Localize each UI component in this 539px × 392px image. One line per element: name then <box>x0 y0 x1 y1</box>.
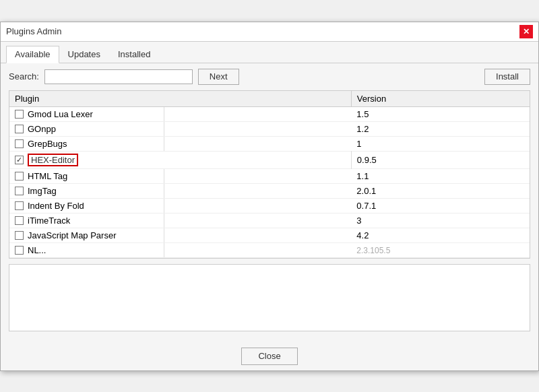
plugin-checkbox[interactable] <box>15 187 24 195</box>
plugin-version-cell: 2.3.105.5 <box>351 242 530 257</box>
plugin-version-cell: 1.2 <box>351 121 530 136</box>
plugin-name-cell: GrepBugs <box>9 137 164 151</box>
plugin-name-label: Gmod Lua Lexer <box>28 109 93 119</box>
plugin-checkbox[interactable] <box>15 231 24 240</box>
toolbar: Search: Next Install <box>1 63 538 90</box>
plugin-name-cell: HTML Tag <box>9 169 164 183</box>
plugin-name-label: iTimeTrack <box>28 216 70 226</box>
table-row[interactable]: JavaScript Map Parser4.2 <box>9 228 530 242</box>
plugin-name-cell: Indent By Fold <box>9 199 164 213</box>
window-close-button[interactable]: ✕ <box>519 25 533 38</box>
plugin-name-label: GrepBugs <box>28 139 67 149</box>
plugin-version-cell: 1.1 <box>351 168 530 183</box>
window-title: Plugins Admin <box>6 26 61 36</box>
plugin-version-cell: 1 <box>351 136 530 151</box>
plugin-name-label: Indent By Fold <box>28 201 84 211</box>
plugin-name-label: JavaScript Map Parser <box>28 230 117 240</box>
next-button[interactable]: Next <box>198 69 239 85</box>
plugin-name-label: HEX-Editor <box>28 154 78 166</box>
plugin-checkbox[interactable] <box>15 139 24 148</box>
tab-installed[interactable]: Installed <box>109 46 159 63</box>
plugin-table-container[interactable]: Plugin Version Gmod Lua Lexer1.5GOnpp1.2… <box>9 90 530 259</box>
plugin-checkbox[interactable] <box>15 156 24 164</box>
col-header-plugin: Plugin <box>9 91 351 107</box>
plugin-checkbox[interactable] <box>15 172 24 181</box>
search-input[interactable] <box>44 69 193 84</box>
plugin-checkbox[interactable] <box>15 125 24 133</box>
plugin-version-cell: 0.9.5 <box>351 151 530 168</box>
close-button[interactable]: Close <box>241 348 297 365</box>
plugin-name-cell: GOnpp <box>9 122 164 136</box>
plugin-table-wrapper: Plugin Version Gmod Lua Lexer1.5GOnpp1.2… <box>9 90 530 259</box>
content-area: Plugin Version Gmod Lua Lexer1.5GOnpp1.2… <box>1 90 538 337</box>
plugins-admin-window: Plugins Admin ✕ Available Updates Instal… <box>0 22 539 371</box>
plugin-name-cell: NL... <box>9 243 164 257</box>
col-header-version: Version <box>351 91 530 107</box>
plugin-name-cell: ImgTag <box>9 184 164 198</box>
plugin-version-cell: 4.2 <box>351 228 530 242</box>
tabs-container: Available Updates Installed <box>1 42 538 63</box>
plugin-name-label: NL... <box>28 245 46 255</box>
title-bar: Plugins Admin ✕ <box>1 22 538 42</box>
table-row[interactable]: GOnpp1.2 <box>9 121 530 136</box>
plugin-checkbox[interactable] <box>15 216 24 225</box>
plugin-name-cell: iTimeTrack <box>9 214 164 228</box>
install-button[interactable]: Install <box>484 69 530 85</box>
table-row[interactable]: NL...2.3.105.5 <box>9 242 530 257</box>
plugin-checkbox[interactable] <box>15 201 24 210</box>
plugin-version-cell: 2.0.1 <box>351 183 530 198</box>
tab-available[interactable]: Available <box>6 46 59 63</box>
plugin-name-cell: JavaScript Map Parser <box>9 228 164 242</box>
plugin-name-label: ImgTag <box>28 186 57 196</box>
table-row[interactable]: ImgTag2.0.1 <box>9 183 530 198</box>
table-row[interactable]: Gmod Lua Lexer1.5 <box>9 106 530 121</box>
table-row[interactable]: GrepBugs1 <box>9 136 530 151</box>
table-row[interactable]: HEX-Editor0.9.5 <box>9 151 530 168</box>
description-box[interactable] <box>9 264 530 331</box>
table-row[interactable]: HTML Tag1.1 <box>9 168 530 183</box>
plugin-version-cell: 1.5 <box>351 106 530 121</box>
plugin-name-cell: Gmod Lua Lexer <box>9 107 164 121</box>
table-row[interactable]: iTimeTrack3 <box>9 213 530 228</box>
plugin-name-cell: HEX-Editor <box>9 151 351 168</box>
plugin-checkbox[interactable] <box>15 246 24 255</box>
plugin-checkbox[interactable] <box>15 110 24 119</box>
plugin-table: Plugin Version Gmod Lua Lexer1.5GOnpp1.2… <box>9 91 530 258</box>
footer: Close <box>1 337 538 370</box>
plugin-name-label: HTML Tag <box>28 171 67 181</box>
table-row[interactable]: Indent By Fold0.7.1 <box>9 198 530 213</box>
search-label: Search: <box>9 71 39 81</box>
tab-updates[interactable]: Updates <box>59 46 109 63</box>
plugin-name-label: GOnpp <box>28 124 56 134</box>
plugin-version-cell: 3 <box>351 213 530 228</box>
plugin-version-cell: 0.7.1 <box>351 198 530 213</box>
